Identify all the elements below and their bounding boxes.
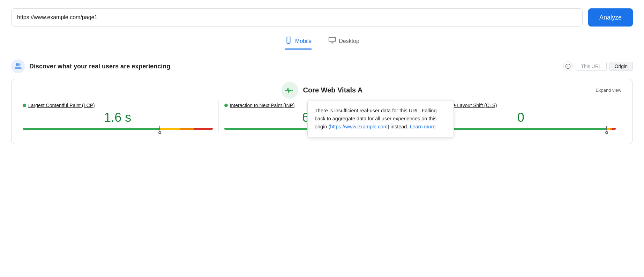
- info-icon[interactable]: [563, 61, 573, 71]
- lcp-marker-pin: [158, 131, 161, 134]
- section-title-group: Discover what your real users are experi…: [11, 59, 170, 73]
- lcp-marker: [159, 126, 160, 130]
- tooltip-link[interactable]: https://www.example.com: [330, 124, 387, 129]
- main-card: Core Web Vitals A Expand view There is i…: [11, 79, 633, 144]
- svg-point-11: [292, 90, 293, 91]
- cwv-title-group: Core Web Vitals A: [282, 82, 363, 99]
- tooltip-learn-more[interactable]: Learn more: [410, 124, 435, 129]
- tooltip: There is insufficient real-user data for…: [307, 100, 454, 138]
- metric-inp-dot: [224, 104, 228, 107]
- tab-desktop-label: Desktop: [339, 38, 359, 44]
- metric-lcp-value: 1.6 s: [23, 110, 213, 125]
- tabs-row: Mobile Desktop: [11, 36, 633, 50]
- cls-marker-pin: [605, 131, 608, 134]
- cwv-header-row: Core Web Vitals A Expand view: [23, 88, 621, 93]
- tab-mobile-label: Mobile: [295, 38, 312, 44]
- this-url-button[interactable]: This URL: [576, 62, 606, 71]
- tooltip-text-after: ) instead.: [388, 124, 410, 129]
- url-bar-row: Analyze: [11, 8, 633, 27]
- url-origin-toggle: This URL Origin: [563, 61, 633, 71]
- metric-lcp: Largest Contentful Paint (LCP) 1.6 s: [23, 100, 218, 133]
- desktop-icon: [328, 36, 336, 46]
- metric-cls-bar: [426, 128, 616, 130]
- cwv-title: Core Web Vitals A: [303, 86, 363, 94]
- metric-cls-label[interactable]: Cumulative Layout Shift (CLS): [426, 103, 616, 108]
- mobile-icon: [285, 36, 292, 46]
- lcp-bar-red: [194, 128, 212, 130]
- url-input[interactable]: [11, 8, 583, 27]
- metric-lcp-label[interactable]: Largest Contentful Paint (LCP): [23, 103, 213, 108]
- lcp-bar-green: [23, 128, 159, 130]
- lcp-bar-orange: [180, 128, 194, 130]
- section-avatar: [11, 59, 25, 73]
- metric-lcp-bar: [23, 128, 213, 130]
- cls-marker: [606, 126, 607, 130]
- tab-mobile[interactable]: Mobile: [285, 36, 312, 50]
- tab-desktop[interactable]: Desktop: [328, 36, 359, 50]
- metric-cls-value: 0: [426, 110, 616, 125]
- origin-button[interactable]: Origin: [609, 62, 633, 71]
- svg-point-6: [18, 63, 21, 66]
- svg-point-10: [290, 90, 292, 91]
- cwv-icon: [282, 82, 298, 99]
- section-header: Discover what your real users are experi…: [11, 59, 633, 73]
- expand-view-link[interactable]: Expand view: [596, 88, 621, 93]
- metric-lcp-dot: [23, 104, 26, 107]
- svg-rect-2: [329, 37, 335, 42]
- cls-bar-red: [612, 128, 616, 130]
- section-title: Discover what your real users are experi…: [29, 63, 170, 70]
- lcp-bar-yellow: [159, 128, 180, 130]
- analyze-button[interactable]: Analyze: [588, 8, 633, 27]
